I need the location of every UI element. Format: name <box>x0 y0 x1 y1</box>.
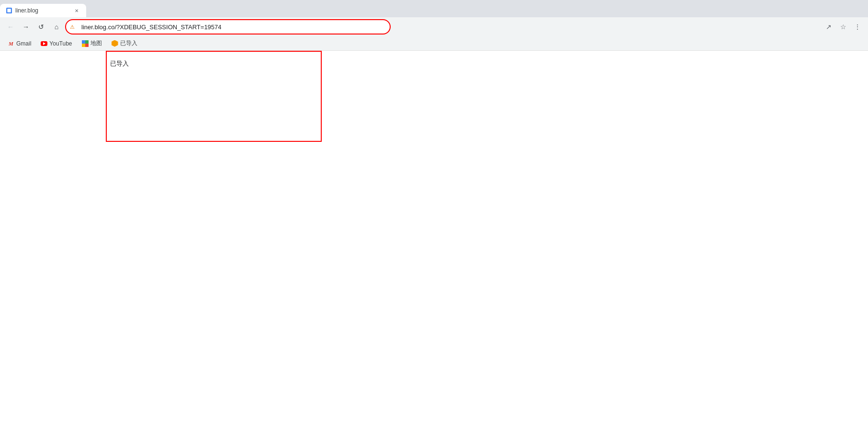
imported-icon <box>112 40 118 47</box>
forward-button[interactable]: → <box>19 20 33 34</box>
security-warning-icon: ⚠ <box>70 24 75 30</box>
tab-favicon <box>6 7 12 14</box>
svg-rect-1 <box>7 9 11 12</box>
page-content: 已导入 <box>0 51 868 448</box>
browser-chrome: liner.blog ✕ ← → ↺ ⌂ ⚠ ↗ ☆ ⋮ M Gmail <box>0 0 868 51</box>
bookmark-star-button[interactable]: ☆ <box>836 20 850 34</box>
tab-title: liner.blog <box>15 7 70 14</box>
imported-page-text: 已导入 <box>110 59 129 68</box>
share-button[interactable]: ↗ <box>822 20 835 34</box>
bookmark-youtube-label: YouTube <box>49 40 72 47</box>
address-bar-container: ⚠ <box>65 19 391 34</box>
maps-icon <box>82 40 89 47</box>
active-tab[interactable]: liner.blog ✕ <box>0 4 86 17</box>
bookmark-maps[interactable]: 地图 <box>78 38 106 49</box>
browser-menu-button[interactable]: ⋮ <box>851 20 864 34</box>
highlight-box <box>106 51 322 142</box>
back-button[interactable]: ← <box>4 20 17 34</box>
svg-rect-5 <box>85 44 89 47</box>
bookmark-gmail[interactable]: M Gmail <box>4 39 35 48</box>
bookmark-imported[interactable]: 已导入 <box>108 38 141 49</box>
bookmarks-bar: M Gmail YouTube 地图 <box>0 36 868 51</box>
youtube-icon <box>41 40 47 47</box>
svg-rect-3 <box>85 40 89 44</box>
bookmark-gmail-label: Gmail <box>16 40 31 47</box>
bookmark-imported-label: 已导入 <box>120 39 137 47</box>
home-button[interactable]: ⌂ <box>50 20 63 34</box>
navigation-toolbar: ← → ↺ ⌂ ⚠ ↗ ☆ ⋮ <box>0 17 868 36</box>
tab-bar: liner.blog ✕ <box>0 0 868 17</box>
gmail-icon: M <box>8 40 14 47</box>
tab-close-button[interactable]: ✕ <box>73 7 80 14</box>
refresh-button[interactable]: ↺ <box>34 20 48 34</box>
toolbar-right-controls: ↗ ☆ ⋮ <box>822 20 864 34</box>
address-bar-input[interactable] <box>65 19 391 34</box>
bookmark-maps-label: 地图 <box>90 39 102 47</box>
bookmark-youtube[interactable]: YouTube <box>37 39 76 48</box>
svg-rect-2 <box>82 40 85 44</box>
svg-rect-4 <box>82 44 85 47</box>
